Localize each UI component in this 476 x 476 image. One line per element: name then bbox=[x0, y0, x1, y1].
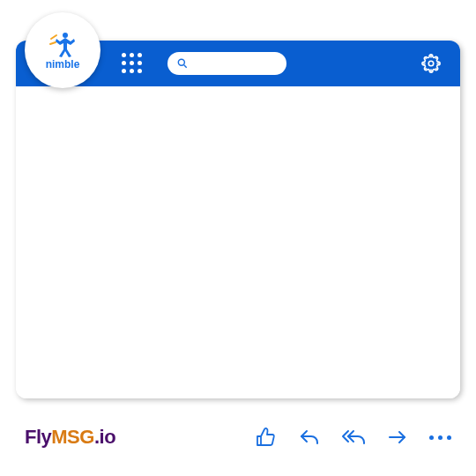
brand-part-msg: MSG bbox=[51, 426, 94, 448]
svg-point-0 bbox=[63, 33, 68, 38]
search-input[interactable] bbox=[194, 57, 278, 71]
reply-icon bbox=[299, 427, 320, 448]
svg-point-3 bbox=[428, 61, 434, 66]
footer-brand: FlyMSG.io bbox=[25, 426, 115, 449]
apps-grid-icon[interactable] bbox=[122, 53, 143, 74]
footer-actions bbox=[253, 425, 451, 450]
brand-part-fly: Fly bbox=[25, 426, 51, 448]
settings-button[interactable] bbox=[420, 52, 443, 75]
thumbs-up-icon bbox=[255, 427, 276, 448]
nimble-star-icon bbox=[46, 30, 79, 60]
svg-line-2 bbox=[184, 65, 187, 68]
brand-name: nimble bbox=[46, 58, 80, 71]
svg-point-1 bbox=[178, 59, 184, 65]
footer-bar: FlyMSG.io bbox=[0, 414, 476, 476]
forward-arrow-icon bbox=[387, 427, 408, 448]
like-button[interactable] bbox=[253, 425, 278, 450]
reply-all-button[interactable] bbox=[341, 425, 366, 450]
reply-all-icon bbox=[341, 427, 366, 448]
gear-icon bbox=[421, 54, 441, 73]
search-icon bbox=[176, 57, 189, 70]
brand-logo-badge: nimble bbox=[25, 12, 100, 88]
app-window: nimble bbox=[16, 41, 460, 398]
content-area bbox=[16, 86, 460, 398]
more-button[interactable] bbox=[429, 435, 451, 440]
brand-part-io: .io bbox=[94, 426, 115, 448]
more-dots-icon bbox=[429, 435, 434, 440]
forward-button[interactable] bbox=[385, 425, 410, 450]
reply-button[interactable] bbox=[297, 425, 322, 450]
search-box[interactable] bbox=[167, 52, 286, 75]
